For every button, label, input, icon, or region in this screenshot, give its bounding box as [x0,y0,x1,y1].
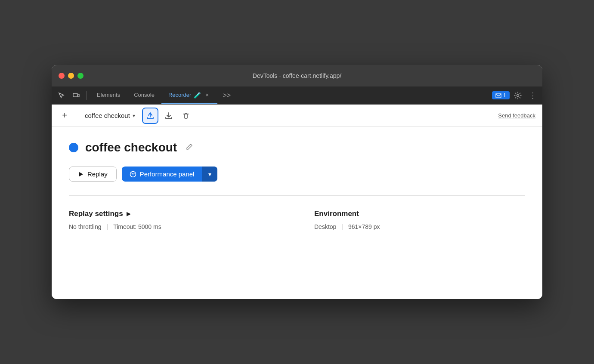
svg-marker-4 [79,172,83,176]
recorder-toolbar-separator [76,111,76,121]
replay-settings-label: Replay settings [69,210,123,218]
performance-panel-button: Performance panel ▾ [122,167,218,182]
replay-settings-heading[interactable]: Replay settings ▶ [69,210,280,218]
notification-badge[interactable]: 1 [492,91,510,99]
recording-header: coffee checkout [69,141,525,154]
more-options-button[interactable]: ⋮ [526,89,539,102]
traffic-lights [59,73,84,79]
replay-button[interactable]: Replay [69,167,117,182]
recording-selector[interactable]: coffee checkout ▾ [81,110,139,121]
environment-separator: | [341,223,343,230]
devtools-window: DevTools - coffee-cart.netlify.app/ Elem… [52,65,542,299]
delete-recording-button[interactable] [179,109,193,123]
replay-label: Replay [87,170,108,178]
timeout-label: Timeout: 5000 ms [113,223,161,230]
environment-label: Environment [314,210,359,218]
throttling-label: No throttling [69,223,101,230]
toolbar-tabs: Elements Console Recorder 🧪 × [90,86,217,104]
environment-detail: Desktop | 961×789 px [314,223,525,230]
replay-settings-column: Replay settings ▶ No throttling | Timeou… [69,210,280,230]
add-recording-button[interactable]: + [59,110,71,122]
svg-rect-1 [78,94,79,97]
tab-elements[interactable]: Elements [90,86,127,104]
titlebar: DevTools - coffee-cart.netlify.app/ [52,65,542,86]
notification-count: 1 [503,92,506,99]
tab-recorder[interactable]: Recorder 🧪 × [161,86,217,104]
recorder-content: coffee checkout Replay [52,127,542,299]
performance-panel-label: Performance panel [140,170,195,178]
device-toolbar-button[interactable] [70,89,83,102]
environment-type: Desktop [314,223,336,230]
tab-console[interactable]: Console [127,86,161,104]
recording-status-dot [69,143,78,152]
settings-button[interactable] [511,89,524,102]
close-button[interactable] [59,73,65,79]
send-feedback-link[interactable]: Send feedback [498,112,535,119]
recording-name: coffee checkout [85,112,130,119]
recording-dropdown-arrow: ▾ [133,113,135,119]
devtools-toolbar: Elements Console Recorder 🧪 × >> 1 [52,86,542,105]
environment-column: Environment Desktop | 961×789 px [314,210,525,230]
minimize-button[interactable] [68,73,74,79]
settings-section: Replay settings ▶ No throttling | Timeou… [69,195,525,230]
svg-point-3 [517,94,519,96]
more-tabs-button[interactable]: >> [219,92,234,99]
export-button[interactable] [142,108,158,124]
window-title: DevTools - coffee-cart.netlify.app/ [253,72,341,79]
svg-rect-0 [73,93,77,97]
environment-heading: Environment [314,210,525,218]
edit-recording-name-button[interactable] [186,143,193,153]
toolbar-separator [86,91,87,100]
recorder-toolbar: + coffee checkout ▾ Send feedback [52,105,542,127]
action-buttons: Replay Performance panel ▾ [69,167,525,182]
recorder-icon: 🧪 [194,92,201,99]
replay-settings-detail: No throttling | Timeout: 5000 ms [69,223,280,230]
settings-separator: | [106,223,108,230]
performance-panel-main-button[interactable]: Performance panel [122,167,202,181]
inspect-element-button[interactable] [55,89,68,102]
environment-size: 961×789 px [348,223,380,230]
performance-panel-dropdown-button[interactable]: ▾ [202,167,217,182]
svg-rect-2 [496,93,501,98]
maximize-button[interactable] [77,73,84,79]
tab-close-button[interactable]: × [204,92,210,99]
replay-settings-chevron: ▶ [127,211,130,217]
recording-title: coffee checkout [85,141,177,154]
import-button[interactable] [162,109,176,123]
